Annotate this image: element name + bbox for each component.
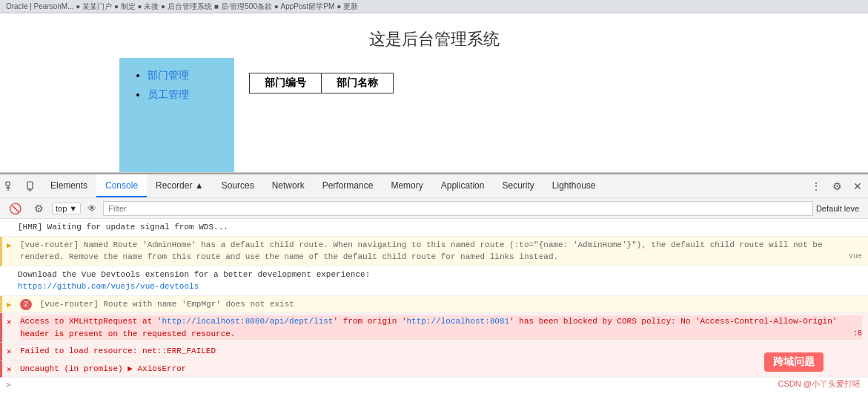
device-toggle-button[interactable] (21, 176, 42, 197)
warning-icon-2: ▶ (7, 299, 12, 312)
console-message-empmgr-warn: ▶ 2 [vue-router] Route with name 'EmpMgr… (0, 296, 868, 314)
vue-route-warn-text: [vue-router] Named Route 'AdminHome' has… (20, 240, 823, 262)
console-settings-button[interactable]: ⚙ (28, 198, 49, 219)
browser-tab-bar: Oracle | PearsonM... ● 某某门户 ● 制定 ● 未接 ● … (6, 1, 358, 12)
browser-top-bar: Oracle | PearsonM... ● 某某门户 ● 制定 ● 未接 ● … (0, 0, 868, 13)
console-message-devtools: Download the Vue Devtools extension for … (0, 266, 868, 296)
tab-security[interactable]: Security (493, 174, 543, 197)
tab-console[interactable]: Console (96, 174, 147, 197)
webpage-area: 这是后台管理系统 部门管理 员工管理 部门编号 部门名 (0, 13, 868, 173)
error-icon: ✕ (7, 316, 12, 329)
devtools-tabs: Elements Console Recorder ▲ Sources Netw… (42, 174, 605, 197)
tab-recorder[interactable]: Recorder ▲ (147, 174, 213, 197)
tab-network[interactable]: Network (263, 174, 314, 197)
console-toolbar: 🚫 ⚙ top ▼ 👁 Default leve (0, 198, 868, 219)
emp-link[interactable]: 员工管理 (148, 88, 189, 100)
page-title: 这是后台管理系统 (119, 13, 749, 58)
console-message-hmr: [HMR] Waiting for update signal from WDS… (0, 219, 868, 237)
origin-link[interactable]: http://localhost:8081 (407, 317, 510, 326)
svg-rect-3 (27, 182, 33, 189)
hmr-text: [HMR] Waiting for update signal from WDS… (18, 223, 228, 232)
console-input-prompt[interactable] (0, 378, 868, 392)
axios-error-text: Uncaught (in promise) ▶ AxiosError (20, 364, 186, 373)
devtools-panel: Elements Console Recorder ▲ Sources Netw… (0, 173, 868, 394)
devtools-text: Download the Vue Devtools extension for … (18, 270, 370, 292)
devtools-tabs-bar: Elements Console Recorder ▲ Sources Netw… (0, 174, 868, 198)
webpage-body: 部门管理 员工管理 部门编号 部门名称 (119, 58, 749, 172)
webpage-content: 这是后台管理系统 部门管理 员工管理 部门编号 部门名 (119, 13, 749, 172)
more-tabs-button[interactable]: ⋮ (806, 176, 826, 197)
console-eye-button[interactable]: 👁 (84, 200, 100, 217)
table-header-id: 部门编号 (249, 73, 321, 93)
tab-sources[interactable]: Sources (213, 174, 263, 197)
table-header-name: 部门名称 (321, 73, 393, 93)
tab-lighthouse[interactable]: Lighthouse (543, 174, 605, 197)
warning-badge: 2 (20, 299, 32, 310)
sidebar-nav: 部门管理 员工管理 (134, 69, 219, 102)
error-icon-2: ✕ (7, 346, 12, 358)
webpage-sidebar: 部门管理 员工管理 (119, 58, 234, 172)
svg-rect-0 (6, 182, 10, 185)
console-messages-area: [HMR] Waiting for update signal from WDS… (0, 219, 868, 394)
cors-url-link[interactable]: http://localhost:8080/api/dept/list (162, 317, 333, 326)
console-message-vue-route-warn: ▶ [vue-router] Named Route 'AdminHome' h… (0, 237, 868, 266)
console-message-axios-error: ✕ Uncaught (in promise) ▶ AxiosError (0, 361, 868, 378)
tab-application[interactable]: Application (432, 174, 494, 197)
close-devtools-button[interactable]: ✕ (847, 176, 868, 197)
inspect-element-button[interactable] (0, 176, 21, 197)
cors-error-text: Access to XMLHttpRequest at 'http://loca… (20, 315, 862, 340)
console-filter-input[interactable] (103, 201, 813, 216)
warning-icon: ▶ (7, 240, 12, 252)
tab-elements[interactable]: Elements (42, 174, 96, 197)
svg-rect-4 (29, 189, 31, 191)
dept-table: 部门编号 部门名称 (249, 73, 394, 93)
dept-link[interactable]: 部门管理 (148, 69, 189, 81)
console-level-label: top ▼ (56, 204, 77, 213)
console-default-level: Default leve (816, 204, 864, 213)
failed-load-text: Failed to load resource: net::ERR_FAILED (20, 347, 216, 355)
settings-button[interactable]: ⚙ (826, 176, 847, 197)
console-message-cors-error: ✕ Access to XMLHttpRequest at 'http://lo… (0, 313, 868, 343)
sidebar-item-dept[interactable]: 部门管理 (148, 69, 219, 82)
clear-console-button[interactable]: 🚫 (4, 198, 25, 219)
console-level-select[interactable]: top ▼ (52, 203, 81, 214)
devtools-link[interactable]: https://github.com/vuejs/vue-devtools (18, 282, 199, 291)
sidebar-item-emp[interactable]: 员工管理 (148, 88, 219, 102)
vue-source-link[interactable]: vue (849, 251, 862, 262)
error-icon-3: ✕ (7, 364, 12, 376)
console-message-failed-load: ✕ Failed to load resource: net::ERR_FAIL… (0, 343, 868, 361)
tab-memory[interactable]: Memory (382, 174, 431, 197)
webpage-main: 部门编号 部门名称 (234, 58, 749, 172)
empmgr-warn-text: [vue-router] Route with name 'EmpMgr' do… (40, 300, 294, 309)
tab-performance[interactable]: Performance (314, 174, 382, 197)
